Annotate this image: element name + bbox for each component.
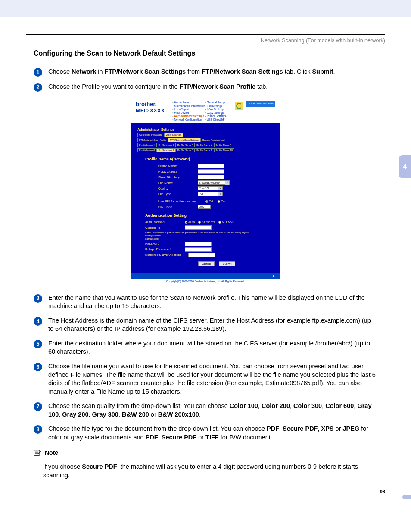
cancel-button[interactable]: Cancel bbox=[198, 261, 215, 266]
quality-select[interactable]: Color 100▾ bbox=[198, 186, 223, 190]
radio-on[interactable] bbox=[218, 200, 220, 203]
text: Choose the Profile you want to configure… bbox=[48, 83, 180, 90]
tab[interactable]: Profile Name 2 bbox=[156, 143, 175, 147]
nav-item[interactable]: I-Fax Settings bbox=[205, 108, 232, 111]
embedded-screenshot: brother. MFC-XXXX Home Page Maintenance … bbox=[131, 98, 280, 284]
field-label: File Type bbox=[158, 192, 198, 196]
radio-label: Auto bbox=[188, 220, 195, 224]
radio-ntlm[interactable] bbox=[218, 221, 221, 224]
note-label: Note bbox=[45, 449, 58, 456]
nav-item[interactable]: USB Direct I/F bbox=[205, 118, 232, 121]
step-bullet: 8 bbox=[34, 425, 42, 434]
step-bullet: 2 bbox=[34, 83, 42, 92]
step-5: 5 Enter the destination folder where you… bbox=[34, 339, 377, 356]
section-title: Administrator Settings bbox=[137, 128, 275, 131]
field-label: Profile Name bbox=[158, 164, 198, 168]
text: Enter the name that you want to use for … bbox=[48, 294, 377, 311]
field-label: Kerberos Server Address bbox=[145, 253, 188, 257]
tab-row: Profile Name 6Profile Name 7Profile Name… bbox=[137, 148, 275, 152]
tab[interactable]: Profile Name 3 bbox=[176, 143, 195, 147]
form-section-title: Authentication Setting bbox=[145, 213, 275, 218]
text: Enter the destination folder where your … bbox=[48, 339, 377, 356]
radio-off[interactable] bbox=[206, 200, 208, 203]
tab[interactable]: Profile Name 9 bbox=[195, 148, 214, 152]
nav-item[interactable]: Network Configuration bbox=[172, 118, 205, 121]
nav-item[interactable]: Fax Settings bbox=[205, 104, 232, 107]
side-tab: 4 bbox=[399, 155, 411, 178]
chevron-down-icon: ▾ bbox=[218, 187, 222, 190]
text: Choose bbox=[48, 68, 72, 75]
tab[interactable]: Profile Name 4 bbox=[195, 143, 214, 147]
field-label: Password bbox=[145, 242, 185, 246]
submit-button[interactable]: Submit bbox=[219, 261, 235, 266]
step-6: 6 Choose the file name you want to use f… bbox=[34, 362, 377, 396]
nav-item[interactable]: Home Page bbox=[172, 101, 205, 104]
text: tab. Click bbox=[283, 68, 312, 75]
text: tab. bbox=[255, 83, 268, 90]
text: . bbox=[333, 68, 335, 75]
tab[interactable]: Profile Name 5 bbox=[214, 143, 233, 147]
text: Choose the file type for the document fr… bbox=[48, 425, 377, 442]
step-8: 8 Choose the file type for the document … bbox=[34, 425, 377, 442]
tab-active[interactable]: Profile Name 7 bbox=[156, 148, 175, 152]
file-type-select[interactable]: PDF▾ bbox=[198, 192, 223, 196]
store-directory-input[interactable] bbox=[198, 175, 224, 179]
radio-auto[interactable] bbox=[185, 221, 187, 224]
radio-label: On bbox=[221, 199, 225, 203]
profile-name-input[interactable] bbox=[198, 164, 224, 168]
breadcrumb: Network Scanning (For models with built-… bbox=[0, 37, 411, 50]
text: The Host Address is the domain name of t… bbox=[48, 317, 377, 333]
copyright: Copyright(C) 2000-2009 Brother Industrie… bbox=[131, 279, 280, 284]
step-2: 2 Choose the Profile you want to configu… bbox=[34, 83, 377, 92]
pin-code-input[interactable]: 0000 bbox=[198, 205, 211, 209]
kerberos-server-input[interactable] bbox=[188, 253, 215, 257]
step-bullet: 5 bbox=[34, 340, 42, 348]
page-number: 98 bbox=[380, 489, 385, 494]
text: FTP/Network Scan Settings bbox=[105, 68, 186, 75]
password-input[interactable] bbox=[185, 242, 212, 246]
tab-active[interactable]: Web Settings bbox=[164, 133, 183, 137]
tab[interactable]: Profile Name 1 bbox=[137, 143, 156, 147]
tab-active[interactable]: FTP/Network Scan Settings bbox=[168, 138, 201, 142]
tab[interactable]: Profile Name 6 bbox=[137, 148, 156, 152]
chevron-down-icon: ▾ bbox=[218, 192, 222, 196]
tab[interactable]: Profile Name 8 bbox=[176, 148, 195, 152]
nav-item[interactable]: Find Device bbox=[172, 111, 205, 114]
step-4: 4 The Host Address is the domain name of… bbox=[34, 317, 377, 333]
tab[interactable]: Configure Password bbox=[137, 133, 164, 137]
back-to-top[interactable]: ▲ bbox=[131, 273, 280, 279]
step-bullet: 7 bbox=[34, 402, 42, 411]
field-label: File Name bbox=[158, 181, 198, 185]
tab[interactable]: FTP/Network Scan Profile bbox=[137, 138, 168, 142]
solutions-center-link[interactable]: Brother Solutions Center bbox=[246, 101, 275, 107]
nav-item[interactable]: Copy Settings bbox=[205, 111, 232, 114]
field-label: Username bbox=[145, 226, 185, 230]
nav-item[interactable]: General Setup bbox=[205, 101, 232, 104]
file-name-select[interactable]: BRN001BA9008954▾ bbox=[198, 180, 230, 185]
note-block: Note If you choose Secure PDF, the machi… bbox=[34, 449, 377, 486]
nav-item-active[interactable]: Administrator Settings bbox=[172, 115, 205, 118]
nav-item[interactable]: Maintenance Information bbox=[172, 104, 205, 107]
nav-item[interactable]: Printer Settings bbox=[205, 115, 232, 118]
footer-accent bbox=[402, 495, 411, 499]
tab[interactable]: Profile Name 10 bbox=[214, 148, 234, 152]
tab-row: Configure PasswordWeb Settings bbox=[137, 133, 275, 137]
field-label: Host Address bbox=[158, 170, 198, 174]
text: FTP/Network Scan Settings bbox=[202, 68, 283, 75]
radio-label: NTLMv2 bbox=[222, 220, 234, 224]
field-label: Retype Password bbox=[145, 247, 185, 251]
top-bar bbox=[0, 0, 411, 17]
brand-logo: brother. bbox=[136, 101, 165, 107]
retype-password-input[interactable] bbox=[185, 247, 212, 252]
step-bullet: 6 bbox=[34, 363, 42, 371]
divider bbox=[26, 34, 385, 35]
step-7: 7 Choose the scan quality from the drop-… bbox=[34, 402, 377, 419]
username-input[interactable] bbox=[185, 225, 212, 230]
text: FTP/Network Scan Profile bbox=[180, 83, 255, 90]
radio-kerberos[interactable] bbox=[198, 221, 201, 224]
text: from bbox=[186, 68, 202, 75]
host-address-input[interactable] bbox=[198, 169, 224, 174]
nav-item[interactable]: Lists/Reports bbox=[172, 108, 205, 111]
tab[interactable]: Secure Function Lock bbox=[201, 138, 227, 142]
note-icon bbox=[34, 449, 42, 456]
